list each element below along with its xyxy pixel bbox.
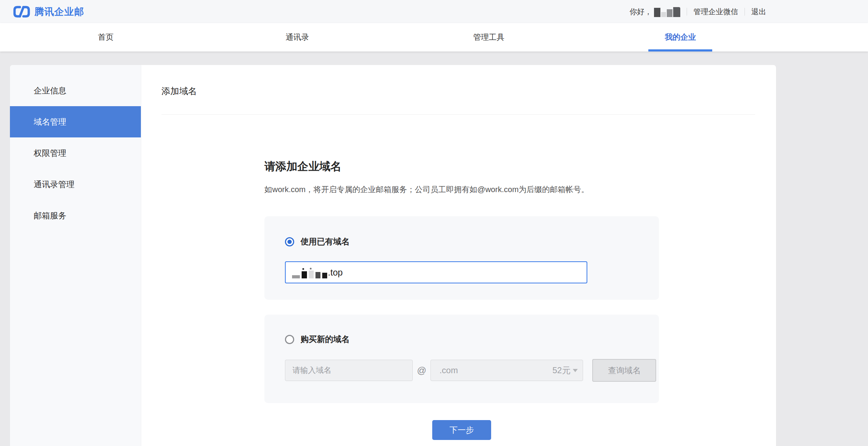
section-heading: 请添加企业域名 xyxy=(264,159,659,174)
new-domain-input[interactable] xyxy=(285,360,413,381)
buy-domain-option-box: 购买新的域名 @ .com 52元 查询域名 xyxy=(264,315,659,403)
logo[interactable]: 腾讯企业邮 xyxy=(12,5,84,19)
header-user-area: 你好， 管理企业微信 退出 xyxy=(630,6,766,17)
greeting-text: 你好， xyxy=(630,7,652,17)
tab-home[interactable]: 首页 xyxy=(10,23,202,51)
sidebar-item-domain-management[interactable]: 域名管理 xyxy=(10,106,141,137)
content-card: 企业信息 域名管理 权限管理 通讯录管理 邮箱服务 添加域名 请添加企业域名 如… xyxy=(10,65,776,446)
domain-suffix-text: .top xyxy=(328,267,343,278)
sidebar-item-contacts-management[interactable]: 通讯录管理 xyxy=(10,169,141,200)
header-divider xyxy=(687,8,687,16)
primary-nav: 首页 通讯录 管理工具 我的企业 xyxy=(0,23,868,51)
buy-domain-label: 购买新的域名 xyxy=(301,334,350,345)
exmail-logo-icon xyxy=(12,5,31,19)
sidebar-item-mailbox-service[interactable]: 邮箱服务 xyxy=(10,200,141,231)
censored-username xyxy=(654,6,680,17)
tab-my-enterprise-label: 我的企业 xyxy=(665,32,696,43)
query-domain-button[interactable]: 查询域名 xyxy=(592,359,656,382)
app-header: 腾讯企业邮 你好， 管理企业微信 退出 xyxy=(0,0,868,23)
existing-domain-label: 使用已有域名 xyxy=(301,236,350,247)
next-step-button[interactable]: 下一步 xyxy=(432,420,491,440)
active-tab-underline xyxy=(648,49,712,51)
manage-wechat-link[interactable]: 管理企业微信 xyxy=(693,7,738,17)
sidebar-item-permission-management[interactable]: 权限管理 xyxy=(10,137,141,169)
tld-price: 52元 xyxy=(553,365,571,376)
header-divider xyxy=(745,8,745,16)
existing-domain-input[interactable]: .top xyxy=(285,261,587,283)
radio-buy-domain[interactable] xyxy=(285,335,294,344)
page-body: 企业信息 域名管理 权限管理 通讯录管理 邮箱服务 添加域名 请添加企业域名 如… xyxy=(0,51,868,446)
tab-contacts[interactable]: 通讯录 xyxy=(202,23,393,51)
main-content: 添加域名 请添加企业域名 如work.com，将开启专属的企业邮箱服务；公司员工… xyxy=(141,65,776,446)
tld-selected-value: .com xyxy=(439,365,458,375)
radio-existing-domain[interactable] xyxy=(285,237,294,246)
logout-link[interactable]: 退出 xyxy=(751,7,766,17)
censored-domain-prefix xyxy=(292,268,327,278)
tab-admin-tools[interactable]: 管理工具 xyxy=(393,23,585,51)
page-title: 添加域名 xyxy=(161,85,755,97)
sidebar-item-enterprise-info[interactable]: 企业信息 xyxy=(10,75,141,106)
sidebar: 企业信息 域名管理 权限管理 通讯录管理 邮箱服务 xyxy=(10,65,141,446)
title-divider xyxy=(161,114,755,115)
tab-my-enterprise[interactable]: 我的企业 xyxy=(584,23,776,51)
tld-select[interactable]: .com 52元 xyxy=(430,360,583,381)
logo-text: 腾讯企业邮 xyxy=(34,5,84,18)
chevron-down-icon xyxy=(573,369,578,372)
section-description: 如work.com，将开启专属的企业邮箱服务；公司员工即拥有如@work.com… xyxy=(264,184,659,195)
at-symbol: @ xyxy=(417,365,426,376)
existing-domain-option-box: 使用已有域名 .top xyxy=(264,216,659,300)
add-domain-form: 请添加企业域名 如work.com，将开启专属的企业邮箱服务；公司员工即拥有如@… xyxy=(264,159,659,440)
